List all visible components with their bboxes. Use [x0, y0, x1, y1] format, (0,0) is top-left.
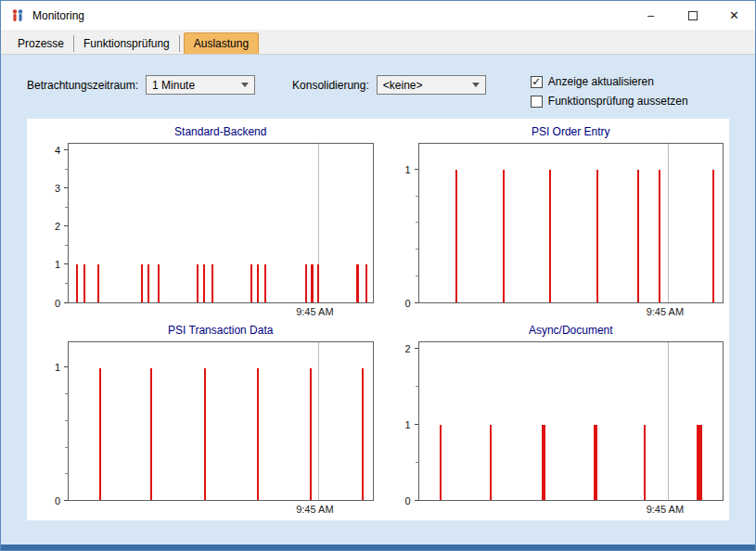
plot-area	[68, 341, 374, 502]
period-label: Betrachtungszeitraum:	[27, 79, 138, 92]
y-tick-label: 2	[55, 222, 60, 232]
checkbox-checked-icon[interactable]: ✓	[531, 76, 543, 88]
x-axis: 9:45 AM	[418, 303, 724, 319]
time-gridline	[668, 342, 669, 501]
chart-bar	[257, 368, 259, 500]
chart-bar	[305, 264, 307, 302]
chart-bar	[203, 264, 205, 302]
maximize-button[interactable]	[672, 1, 713, 30]
chart-bar	[362, 368, 364, 500]
chart-title: PSI Order Entry	[418, 125, 724, 140]
chevron-down-icon	[241, 83, 249, 87]
monitoring-window: Monitoring – ✕ Prozesse Funktionsprüfung…	[0, 0, 756, 551]
consolidation-select[interactable]: <keine>	[377, 75, 486, 95]
chart-bar	[264, 264, 266, 302]
chart-bar	[594, 425, 597, 500]
chart-bar	[141, 264, 143, 302]
chart-bar	[455, 170, 457, 301]
plot-area	[68, 143, 374, 303]
x-axis: 9:45 AM	[418, 501, 724, 517]
consolidation-label: Konsolidierung:	[292, 79, 369, 92]
close-button[interactable]: ✕	[713, 1, 755, 30]
window-bottom-edge	[1, 545, 755, 550]
y-axis: 012	[383, 341, 418, 502]
chart-bar	[211, 264, 213, 302]
chart-bar	[440, 425, 442, 500]
chart-bar	[150, 368, 152, 500]
plot-area	[418, 341, 724, 502]
checkbox-label: Anzeige aktualisieren	[548, 75, 654, 88]
combo-group: Betrachtungszeitraum: 1 Minute Konsolidi…	[27, 75, 486, 95]
maximize-icon	[688, 11, 698, 20]
time-gridline	[668, 144, 669, 302]
chart-bar	[596, 170, 598, 301]
chart-bar	[637, 170, 639, 301]
chart-title: Standard-Backend	[68, 125, 374, 140]
consolidation-value: <keine>	[383, 79, 468, 92]
chart-standard-backend: Standard-Backend 01234 9:45 AM	[32, 122, 374, 319]
y-tick-label: 1	[404, 164, 410, 174]
chart-bar	[147, 264, 149, 302]
chart-bar	[311, 264, 314, 302]
y-tick-label: 0	[404, 496, 410, 506]
x-tick-label: 9:45 AM	[647, 306, 684, 317]
y-tick-label: 0	[55, 298, 60, 308]
plot-row: 01234	[32, 143, 374, 303]
plot-row: 012	[383, 341, 724, 502]
chart-title: PSI Transaction Data	[68, 324, 374, 339]
chart-bar	[317, 264, 319, 302]
checkbox-anzeige-aktualisieren[interactable]: ✓ Anzeige aktualisieren	[531, 75, 688, 88]
y-tick-label: 2	[404, 343, 410, 353]
chart-bar	[250, 264, 252, 302]
chart-bar	[490, 425, 492, 500]
y-axis: 01	[383, 143, 418, 303]
y-axis: 01	[32, 341, 68, 502]
tab-bar: Prozesse Funktionsprüfung Auslastung	[1, 30, 755, 55]
tab-prozesse[interactable]: Prozesse	[8, 35, 74, 52]
chart-bar	[365, 264, 367, 302]
app-icon	[10, 8, 25, 23]
chart-bar	[76, 264, 78, 302]
y-tick-label: 1	[55, 363, 60, 373]
chart-bar	[712, 170, 714, 301]
checkbox-funktionspruefung-aussetzen[interactable]: Funktionsprüfung aussetzen	[531, 95, 688, 108]
chart-bar	[644, 425, 646, 500]
chart-bar	[99, 368, 101, 500]
plot-area	[418, 143, 724, 303]
window-title: Monitoring	[32, 9, 84, 22]
y-axis: 01234	[32, 143, 68, 303]
checkbox-unchecked-icon[interactable]	[531, 96, 543, 108]
period-select[interactable]: 1 Minute	[146, 75, 255, 95]
chart-async-document: Async/Document 012 9:45 AM	[383, 321, 724, 518]
x-tick-label: 9:45 AM	[647, 504, 684, 515]
y-tick-label: 1	[404, 419, 410, 429]
chart-bar	[356, 264, 359, 302]
plot-row: 01	[383, 143, 724, 303]
y-tick-label: 3	[55, 184, 60, 194]
tab-auslastung[interactable]: Auslastung	[184, 32, 259, 54]
chart-bar	[197, 264, 199, 302]
y-tick-label: 4	[55, 146, 60, 156]
x-tick-label: 9:45 AM	[296, 504, 333, 515]
chart-bar	[542, 425, 545, 500]
chart-bar	[97, 264, 99, 302]
tab-funktionspruefung[interactable]: Funktionsprüfung	[74, 35, 180, 52]
controls-row: Betrachtungszeitraum: 1 Minute Konsolidi…	[27, 75, 729, 108]
checkbox-group: ✓ Anzeige aktualisieren Funktionsprüfung…	[531, 75, 688, 108]
y-tick-label: 0	[404, 298, 410, 308]
plot-row: 01	[32, 341, 374, 502]
chart-bar	[697, 425, 702, 500]
minimize-button[interactable]: –	[630, 1, 672, 30]
chevron-down-icon	[472, 83, 480, 87]
x-axis: 9:45 AM	[68, 501, 374, 517]
chart-psi-order-entry: PSI Order Entry 01 9:45 AM	[383, 122, 724, 319]
auslastung-panel: Betrachtungszeitraum: 1 Minute Konsolidi…	[1, 55, 755, 545]
window-controls: – ✕	[630, 1, 755, 30]
chart-psi-transaction-data: PSI Transaction Data 01 9:45 AM	[32, 321, 374, 518]
chart-bar	[83, 264, 85, 302]
chart-bar	[257, 264, 259, 302]
x-axis: 9:45 AM	[68, 303, 374, 319]
chart-bar	[204, 368, 206, 500]
chart-bar	[158, 264, 160, 302]
chart-bar	[310, 368, 312, 500]
